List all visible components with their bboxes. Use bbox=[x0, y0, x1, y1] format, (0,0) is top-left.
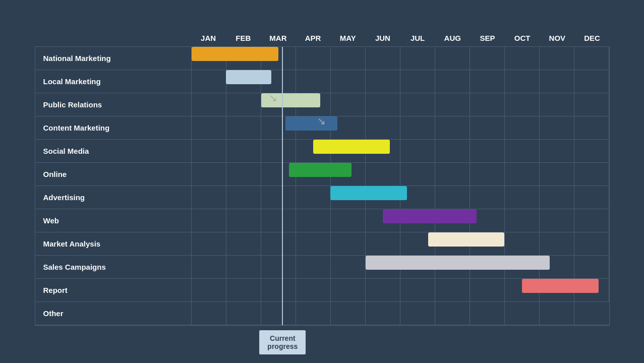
task-grid bbox=[192, 163, 609, 186]
grid-cell bbox=[574, 302, 609, 325]
grid-cell bbox=[435, 140, 470, 162]
grid-cell bbox=[192, 116, 226, 139]
grid-cell bbox=[226, 186, 261, 209]
grid-cell bbox=[470, 116, 505, 139]
month-header-sep: SEP bbox=[470, 30, 505, 46]
grid-cell bbox=[296, 232, 331, 255]
grid-cell bbox=[192, 256, 226, 278]
grid-cell bbox=[540, 116, 574, 139]
grid-cell bbox=[540, 70, 574, 93]
task-label: Content Marketing bbox=[35, 116, 192, 139]
task-grid bbox=[192, 186, 609, 209]
grid-cell bbox=[400, 279, 435, 301]
month-header-jan: JAN bbox=[191, 30, 226, 46]
task-grid bbox=[192, 116, 609, 139]
grid-cell bbox=[226, 140, 261, 162]
grid-cell bbox=[470, 302, 505, 325]
grid-cell bbox=[470, 70, 505, 93]
month-header-jun: JUN bbox=[365, 30, 400, 46]
grid-cell bbox=[331, 232, 366, 255]
progress-line: Currentprogress bbox=[282, 47, 283, 325]
task-grid bbox=[192, 256, 609, 278]
task-grid bbox=[192, 93, 609, 116]
grid-cell bbox=[192, 93, 226, 116]
grid-cell bbox=[574, 140, 609, 162]
grid-cell bbox=[226, 93, 261, 116]
grid-cell bbox=[574, 163, 609, 186]
task-row: Online bbox=[35, 163, 609, 186]
grid-cell bbox=[366, 279, 400, 301]
progress-label: Currentprogress bbox=[259, 330, 306, 354]
grid-cell bbox=[574, 70, 609, 93]
grid-cell bbox=[400, 47, 435, 70]
grid-cell bbox=[574, 116, 609, 139]
grid-cell bbox=[226, 209, 261, 232]
grid-cell bbox=[331, 93, 366, 116]
grid-cell bbox=[505, 47, 540, 70]
task-row: Sales Campaigns bbox=[35, 256, 609, 279]
grid-cell bbox=[192, 163, 226, 186]
gantt-bar bbox=[366, 256, 550, 270]
grid-cell bbox=[470, 279, 505, 301]
task-label: Market Analysis bbox=[35, 232, 192, 255]
grid-cell bbox=[435, 163, 470, 186]
task-grid bbox=[192, 279, 609, 301]
grid-cell bbox=[331, 70, 366, 93]
grid-cell bbox=[540, 186, 574, 209]
grid-cell bbox=[296, 279, 331, 301]
gantt-bar bbox=[313, 140, 390, 154]
month-header-aug: AUG bbox=[435, 30, 470, 46]
grid-cell bbox=[470, 163, 505, 186]
task-label: Report bbox=[35, 279, 192, 301]
grid-cell bbox=[470, 140, 505, 162]
grid-cell bbox=[505, 302, 540, 325]
grid-cell bbox=[296, 186, 331, 209]
grid-cell bbox=[435, 47, 470, 70]
grid-cell bbox=[192, 232, 226, 255]
chart-area: JANFEBMARAPRMAYJUNJULAUGSEPOCTNOVDEC Nat… bbox=[35, 30, 610, 326]
grid-cell bbox=[505, 116, 540, 139]
grid-cell bbox=[435, 70, 470, 93]
gantt-bar bbox=[330, 186, 407, 200]
grid-cell bbox=[331, 279, 366, 301]
grid-cell bbox=[226, 302, 261, 325]
gantt-bar bbox=[192, 47, 278, 61]
task-label: Web bbox=[35, 209, 192, 232]
grid-cell bbox=[261, 232, 296, 255]
grid-cell bbox=[400, 163, 435, 186]
grid-cell bbox=[574, 186, 609, 209]
month-header-nov: NOV bbox=[540, 30, 574, 46]
grid-cell bbox=[505, 70, 540, 93]
grid-cell bbox=[331, 256, 366, 278]
grid-cell bbox=[540, 140, 574, 162]
task-grid bbox=[192, 232, 609, 255]
grid-cell bbox=[261, 279, 296, 301]
task-grid bbox=[192, 47, 609, 70]
month-header-mar: MAR bbox=[261, 30, 296, 46]
grid-cell bbox=[470, 186, 505, 209]
task-row: Advertising bbox=[35, 186, 609, 209]
grid-cell bbox=[261, 256, 296, 278]
grid-cell bbox=[331, 209, 366, 232]
task-row: Social Media bbox=[35, 140, 609, 163]
task-label: National Marketing bbox=[35, 47, 192, 70]
gantt-bar bbox=[522, 279, 599, 293]
task-grid bbox=[192, 140, 609, 162]
grid-cell bbox=[505, 140, 540, 162]
grid-cell bbox=[400, 70, 435, 93]
grid-cell bbox=[505, 186, 540, 209]
month-header-may: MAY bbox=[330, 30, 365, 46]
grid-cell bbox=[296, 47, 331, 70]
grid-cell bbox=[540, 163, 574, 186]
grid-cell bbox=[366, 47, 400, 70]
task-label: Social Media bbox=[35, 140, 192, 162]
grid-cell bbox=[400, 116, 435, 139]
task-label: Local Marketing bbox=[35, 70, 192, 93]
task-grid bbox=[192, 302, 609, 325]
grid-cell bbox=[331, 302, 366, 325]
grid-cell bbox=[296, 302, 331, 325]
gantt-bar bbox=[261, 93, 320, 107]
grid-cell bbox=[435, 279, 470, 301]
grid-cell bbox=[192, 279, 226, 301]
grid-cell bbox=[400, 140, 435, 162]
